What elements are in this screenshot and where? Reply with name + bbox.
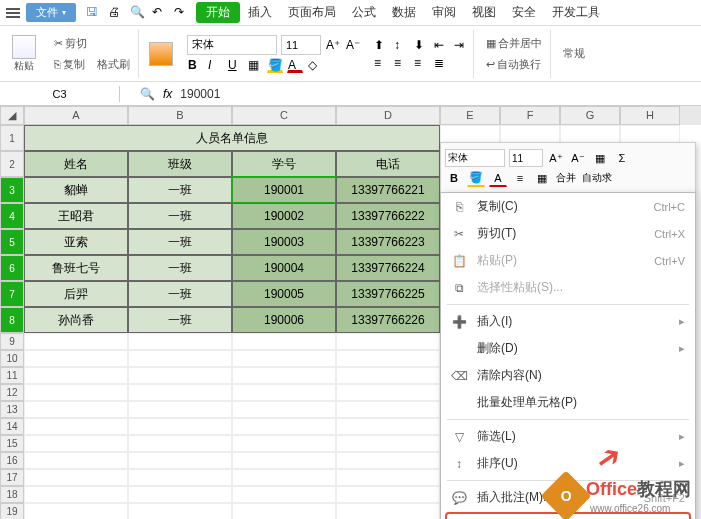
cell-empty[interactable] xyxy=(24,384,128,401)
cell-d6[interactable]: 13397766224 xyxy=(336,255,440,281)
tab-view[interactable]: 视图 xyxy=(464,0,504,25)
cell-d5[interactable]: 13397766223 xyxy=(336,229,440,255)
cell-empty[interactable] xyxy=(128,350,232,367)
cell-empty[interactable] xyxy=(128,469,232,486)
save-icon[interactable]: 🖫 xyxy=(86,5,102,21)
align-top-icon[interactable]: ⬆ xyxy=(373,37,389,53)
ctx-insert[interactable]: ➕ 插入(I) ▸ xyxy=(441,308,695,335)
cell-empty[interactable] xyxy=(128,503,232,519)
redo-icon[interactable]: ↷ xyxy=(174,5,190,21)
cell-empty[interactable] xyxy=(336,469,440,486)
increase-font-icon[interactable]: A⁺ xyxy=(325,37,341,53)
col-header-h[interactable]: H xyxy=(620,106,680,125)
cell-empty[interactable] xyxy=(128,333,232,350)
merge-center-button[interactable]: ▦ 合并居中 xyxy=(482,34,546,53)
wrap-text-button[interactable]: ↩ 自动换行 xyxy=(482,55,546,74)
cell-empty[interactable] xyxy=(232,333,336,350)
size-select[interactable] xyxy=(281,35,321,55)
col-header-d[interactable]: D xyxy=(336,106,440,125)
row-header-16[interactable]: 16 xyxy=(0,452,24,469)
mini-align-icon[interactable]: ≡ xyxy=(511,169,529,187)
row-header-5[interactable]: 5 xyxy=(0,229,24,255)
cell-empty[interactable] xyxy=(232,350,336,367)
font-color-icon[interactable]: A xyxy=(287,57,303,73)
ctx-delete[interactable]: 删除(D) ▸ xyxy=(441,335,695,362)
cell-empty[interactable] xyxy=(24,452,128,469)
ctx-cut[interactable]: ✂ 剪切(T) Ctrl+X xyxy=(441,220,695,247)
cell-empty[interactable] xyxy=(24,367,128,384)
format-painter-big[interactable] xyxy=(143,40,179,68)
cell-empty[interactable] xyxy=(232,452,336,469)
cell-d4[interactable]: 13397766222 xyxy=(336,203,440,229)
paste-button[interactable]: 粘贴 xyxy=(6,33,42,75)
row-header-8[interactable]: 8 xyxy=(0,307,24,333)
row-header-11[interactable]: 11 xyxy=(0,367,24,384)
format-painter-button[interactable]: 格式刷 xyxy=(93,55,134,74)
row-header-7[interactable]: 7 xyxy=(0,281,24,307)
cell-c4[interactable]: 190002 xyxy=(232,203,336,229)
row-header-3[interactable]: 3 xyxy=(0,177,24,203)
justify-icon[interactable]: ≣ xyxy=(433,55,449,71)
cell-c8[interactable]: 190006 xyxy=(232,307,336,333)
row-header-9[interactable]: 9 xyxy=(0,333,24,350)
cell-c3-active[interactable]: 190001 xyxy=(232,177,336,203)
cell-empty[interactable] xyxy=(128,418,232,435)
tab-dev[interactable]: 开发工具 xyxy=(544,0,608,25)
cell-b5[interactable]: 一班 xyxy=(128,229,232,255)
col-header-c[interactable]: C xyxy=(232,106,336,125)
ctx-paste-special[interactable]: ⧉ 选择性粘贴(S)... xyxy=(441,274,695,301)
cell-empty[interactable] xyxy=(336,401,440,418)
ctx-batch[interactable]: 批量处理单元格(P) xyxy=(441,389,695,416)
cell-empty[interactable] xyxy=(128,367,232,384)
cell-empty[interactable] xyxy=(336,418,440,435)
cell-empty[interactable] xyxy=(24,503,128,519)
cell-a3[interactable]: 貂蝉 xyxy=(24,177,128,203)
cell-empty[interactable] xyxy=(336,367,440,384)
align-mid-icon[interactable]: ↕ xyxy=(393,37,409,53)
cell-empty[interactable] xyxy=(232,418,336,435)
underline-icon[interactable]: U xyxy=(227,57,243,73)
italic-icon[interactable]: I xyxy=(207,57,223,73)
cell-empty[interactable] xyxy=(24,469,128,486)
search-icon[interactable]: 🔍 xyxy=(140,87,155,101)
bold-icon[interactable]: B xyxy=(187,57,203,73)
tab-formula[interactable]: 公式 xyxy=(344,0,384,25)
formula-input[interactable]: 190001 xyxy=(180,87,220,101)
mini-bold-icon[interactable]: B xyxy=(445,169,463,187)
fill-color-icon[interactable]: 🪣 xyxy=(267,57,283,73)
mini-inc-font-icon[interactable]: A⁺ xyxy=(547,149,565,167)
indent-inc-icon[interactable]: ⇥ xyxy=(453,37,469,53)
undo-icon[interactable]: ↶ xyxy=(152,5,168,21)
cell-empty[interactable] xyxy=(232,503,336,519)
row-header-13[interactable]: 13 xyxy=(0,401,24,418)
hamburger-icon[interactable] xyxy=(4,4,22,22)
header-class[interactable]: 班级 xyxy=(128,151,232,177)
mini-autosum-button[interactable]: 自动求 xyxy=(581,169,613,187)
cell-empty[interactable] xyxy=(336,350,440,367)
cell-b4[interactable]: 一班 xyxy=(128,203,232,229)
cell-empty[interactable] xyxy=(336,435,440,452)
cell-empty[interactable] xyxy=(24,401,128,418)
cell-b3[interactable]: 一班 xyxy=(128,177,232,203)
tab-layout[interactable]: 页面布局 xyxy=(280,0,344,25)
cell-a5[interactable]: 亚索 xyxy=(24,229,128,255)
clear-format-icon[interactable]: ◇ xyxy=(307,57,323,73)
cell-empty[interactable] xyxy=(232,435,336,452)
cell-c7[interactable]: 190005 xyxy=(232,281,336,307)
cell-empty[interactable] xyxy=(232,367,336,384)
cell-empty[interactable] xyxy=(128,384,232,401)
row-header-4[interactable]: 4 xyxy=(0,203,24,229)
font-select[interactable] xyxy=(187,35,277,55)
cell-c5[interactable]: 190003 xyxy=(232,229,336,255)
row-header-17[interactable]: 17 xyxy=(0,469,24,486)
print-icon[interactable]: 🖨 xyxy=(108,5,124,21)
align-left-icon[interactable]: ≡ xyxy=(373,55,389,71)
row-header-2[interactable]: 2 xyxy=(0,151,24,177)
select-all-corner[interactable]: ◢ xyxy=(0,106,24,125)
cell-empty[interactable] xyxy=(336,503,440,519)
cell-empty[interactable] xyxy=(24,350,128,367)
row-header-19[interactable]: 19 xyxy=(0,503,24,519)
fx-icon[interactable]: fx xyxy=(163,87,172,101)
decrease-font-icon[interactable]: A⁻ xyxy=(345,37,361,53)
cell-empty[interactable] xyxy=(128,452,232,469)
